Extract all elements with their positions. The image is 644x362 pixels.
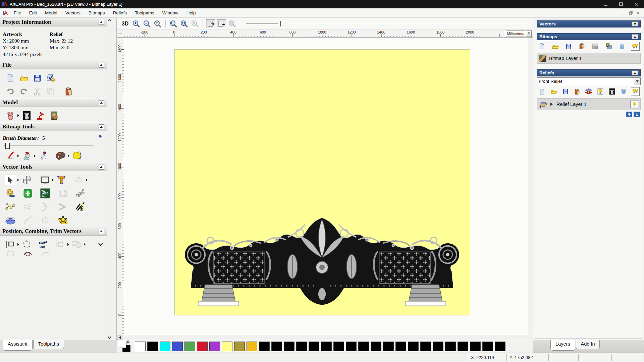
palette-swatch-5[interactable] [197,342,208,351]
palette-swatch-22[interactable] [408,342,419,351]
palette-swatch-18[interactable] [358,342,369,351]
palette-swatch-29[interactable] [495,342,505,351]
palette-swatch-24[interactable] [433,342,443,351]
slider-handle[interactable] [5,143,10,149]
palette-swatch-0[interactable] [135,342,146,351]
paste-button[interactable] [63,86,74,97]
paste-bitmap-layer-button[interactable] [578,42,586,51]
zoom-out-button[interactable] [142,19,152,28]
greyscale-layer-button[interactable] [591,42,600,51]
tab-toolpaths[interactable]: Toolpaths [33,340,64,349]
toggle-all-relief-visibility-button[interactable] [631,87,640,96]
palette-swatch-14[interactable] [309,342,319,351]
text-block-button[interactable]: ABC [40,188,51,199]
link-colours-icon[interactable]: ⧉ [127,340,129,344]
tab-layers[interactable]: Layers [550,340,575,351]
toggle-3d-view-button[interactable]: 3D [120,19,130,28]
lighting-button[interactable] [35,110,46,121]
palette-swatch-10[interactable] [259,342,270,351]
menu-bitmaps[interactable]: Bitmaps [85,9,109,17]
palette-swatch-8[interactable] [234,342,245,351]
collapse-button[interactable] [99,100,104,105]
create-rectangle-button[interactable] [39,175,51,185]
flyout-arrow-icon[interactable] [68,155,69,157]
scroll-up-icon[interactable] [108,19,111,21]
zoom-object-button[interactable] [190,19,200,28]
menu-file[interactable]: File [10,9,25,17]
palette-swatch-7[interactable] [222,342,232,351]
brush-diameter-slider[interactable] [3,142,93,149]
primary-colour-chip[interactable] [119,341,126,348]
relief-preview-button[interactable] [608,87,616,96]
ruler-origin-button[interactable] [117,30,124,37]
palette-swatch-1[interactable] [147,342,158,351]
relief-layer-visibility-button[interactable] [596,87,605,96]
menu-reliefs[interactable]: Reliefs [109,9,131,17]
palette-swatch-23[interactable] [420,342,431,351]
slider-track[interactable] [3,145,93,146]
palette-swatch-19[interactable] [371,342,381,351]
vectors-expand-button[interactable] [632,21,638,26]
combo-dropdown-button[interactable] [634,78,640,85]
undo-button[interactable] [5,86,16,97]
fit-curves-button[interactable] [22,201,34,212]
palette-swatch-9[interactable] [247,342,257,351]
zoom-previous-button[interactable] [153,19,162,28]
canvas-2d[interactable] [124,38,528,335]
wrap-vectors-button[interactable] [57,188,68,199]
redo-button[interactable] [18,86,30,97]
join-vectors-button[interactable] [57,201,68,212]
collapse-button[interactable] [99,124,104,129]
assistant-scrollbar[interactable] [107,18,112,340]
new-bitmap-layer-button[interactable] [538,42,546,51]
palette-swatch-3[interactable] [172,342,183,351]
cut-button[interactable] [32,86,43,97]
clipped-tool-button[interactable] [22,251,34,256]
flyout-arrow-icon[interactable] [84,243,86,246]
mdi-restore-button[interactable] [628,11,633,15]
create-dome-button[interactable] [5,215,16,226]
flyout-arrow-icon[interactable] [67,243,69,246]
merge-relief-layers-button[interactable] [584,87,593,96]
save-relief-layer-button[interactable] [561,87,570,96]
flyout-arrow-icon[interactable] [34,155,36,157]
collapse-button[interactable] [99,20,104,25]
save-model-button[interactable] [32,73,43,83]
select-vectors-button[interactable] [5,175,16,185]
set-model-size-button[interactable] [5,110,16,121]
open-model-button[interactable] [18,73,30,83]
palette-swatch-25[interactable] [445,342,456,351]
palette-swatch-17[interactable] [346,342,357,351]
canvas-horizontal-scrollbar[interactable] [117,335,533,340]
collapse-button[interactable] [99,63,104,68]
relief-layer-row[interactable]: Relief Layer 1 [537,98,641,110]
slider-handle[interactable] [280,21,281,26]
align-vectors-button[interactable] [5,239,16,250]
tab-addin[interactable]: Add In [576,340,600,349]
palette-swatch-27[interactable] [470,342,481,351]
menu-toolpaths[interactable]: Toolpaths [131,9,158,17]
palette-swatch-28[interactable] [482,342,493,351]
slider-track[interactable] [246,23,278,24]
bitmap-layer-row[interactable]: Bitmap Layer 1 [537,53,641,64]
measure-tool-button[interactable] [5,188,16,199]
menu-window[interactable]: Window [158,9,182,17]
spell-check-button[interactable] [45,73,56,83]
tab-assistant[interactable]: Assistant [3,340,33,351]
unit-spinner[interactable] [526,31,532,37]
create-star-button[interactable] [57,215,68,226]
window-maximize-button[interactable] [613,0,629,8]
bitmaps-collapse-button[interactable] [632,34,638,39]
palette-swatch-11[interactable] [271,342,282,351]
menu-help[interactable]: Help [182,9,200,17]
load-edit-image-button[interactable] [48,110,59,121]
create-polyline-button[interactable] [5,201,16,212]
canvas-vertical-scrollbar[interactable] [528,38,533,335]
relief-layer-visibility-toggle[interactable] [630,101,638,108]
flyout-arrow-icon[interactable] [17,155,19,157]
expand-layer-icon[interactable] [550,103,554,106]
clipped-tool-button[interactable] [40,251,51,256]
mdi-close-button[interactable] [635,11,641,15]
palette-swatch-13[interactable] [296,342,307,351]
line-width-slider[interactable] [246,20,281,27]
